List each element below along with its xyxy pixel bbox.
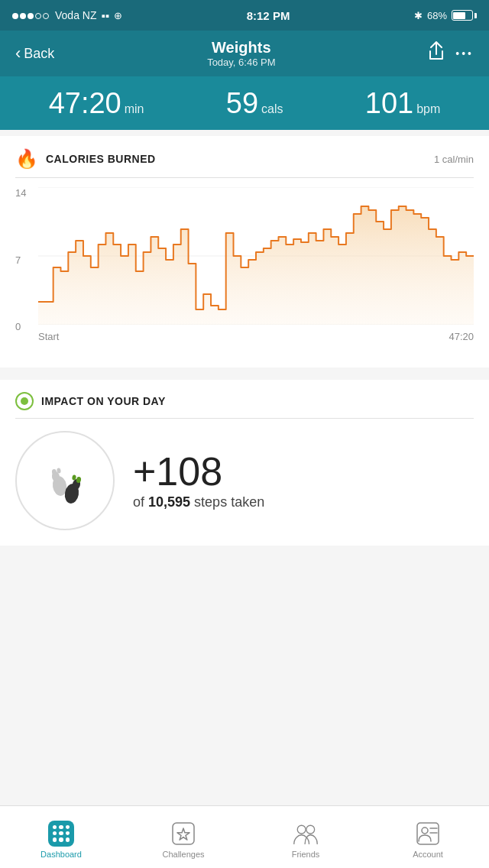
more-icon[interactable]: ••• <box>455 47 474 60</box>
back-label: Back <box>24 46 54 62</box>
tab-bar: Dashboard Challenges Friends <box>0 805 489 868</box>
calories-value: 59 <box>226 89 258 118</box>
tab-dashboard[interactable]: Dashboard <box>0 816 122 859</box>
share-icon[interactable] <box>428 41 445 66</box>
x-start-label: Start <box>38 331 59 342</box>
calories-title-left: 🔥 CALORIES BURNED <box>15 148 156 170</box>
nav-actions: ••• <box>428 41 474 66</box>
y-min-label: 0 <box>15 321 26 332</box>
status-left: Voda NZ ▪▪ ⊕ <box>12 9 122 22</box>
calories-unit: cals <box>261 102 283 116</box>
challenges-tab-label: Challenges <box>162 850 204 859</box>
steps-footprint-icon <box>38 454 92 507</box>
calories-stat: 59 cals <box>226 89 283 118</box>
calories-section: 🔥 CALORIES BURNED 1 cal/min 14 7 0 <box>0 136 489 368</box>
steps-desc: of 10,595 steps taken <box>133 494 474 510</box>
back-button[interactable]: ‹ Back <box>15 44 54 63</box>
carrier-label: Voda NZ <box>55 9 96 21</box>
steps-suffix: steps taken <box>194 494 264 510</box>
impact-header: IMPACT ON YOUR DAY <box>15 392 474 419</box>
calories-chart: 14 7 0 Start 47:20 <box>15 187 474 355</box>
steps-circle <box>15 431 115 530</box>
svg-point-12 <box>297 825 306 834</box>
status-time: 8:12 PM <box>247 9 290 22</box>
impact-title: IMPACT ON YOUR DAY <box>41 395 166 407</box>
svg-point-15 <box>422 828 428 834</box>
y-mid-label: 7 <box>15 254 26 266</box>
nav-bar: ‹ Back Weights Today, 6:46 PM ••• <box>0 31 489 76</box>
calories-header: 🔥 CALORIES BURNED 1 cal/min <box>15 148 474 178</box>
svg-point-13 <box>306 825 315 834</box>
bluetooth-icon: ✱ <box>414 10 423 21</box>
wifi-icon: ▪▪ <box>101 9 109 22</box>
dashboard-tab-label: Dashboard <box>40 850 82 859</box>
calories-meta: 1 cal/min <box>434 154 474 165</box>
svg-rect-14 <box>417 823 439 844</box>
status-bar: Voda NZ ▪▪ ⊕ 8:12 PM ✱ 68% <box>0 0 489 31</box>
spacer-1 <box>0 130 489 136</box>
nav-title-subtitle: Today, 6:46 PM <box>207 57 275 68</box>
status-right: ✱ 68% <box>414 10 477 21</box>
steps-info: +108 of 10,595 steps taken <box>133 452 474 510</box>
dashboard-tab-icon <box>48 821 74 847</box>
back-chevron-icon: ‹ <box>15 44 21 63</box>
chart-x-labels: Start 47:20 <box>38 328 474 342</box>
heartrate-stat: 101 bpm <box>365 89 441 118</box>
impact-section: IMPACT ON YOUR DAY +108 <box>0 380 489 546</box>
signal-icon: ⊕ <box>114 10 122 21</box>
nav-title-text: Weights <box>207 39 275 57</box>
friends-tab-label: Friends <box>292 850 320 859</box>
heartrate-unit: bpm <box>416 102 440 116</box>
svg-rect-11 <box>173 823 194 844</box>
friends-tab-icon <box>293 821 319 847</box>
steps-desc-of: of <box>133 494 144 510</box>
tab-account[interactable]: Account <box>367 816 489 859</box>
battery-percent: 68% <box>427 10 447 21</box>
impact-title-left: IMPACT ON YOUR DAY <box>15 392 166 410</box>
battery-icon <box>452 10 477 21</box>
account-tab-label: Account <box>413 850 443 859</box>
x-end-label: 47:20 <box>449 331 474 342</box>
challenges-tab-icon <box>170 821 196 847</box>
calories-title: CALORIES BURNED <box>46 153 156 165</box>
heartrate-value: 101 <box>365 89 413 118</box>
impact-icon-inner <box>21 397 28 405</box>
stats-bar: 47:20 min 59 cals 101 bpm <box>0 76 489 130</box>
tab-friends[interactable]: Friends <box>244 816 367 859</box>
impact-icon <box>15 392 34 410</box>
duration-value: 47:20 <box>49 89 121 118</box>
duration-unit: min <box>125 102 144 116</box>
duration-stat: 47:20 min <box>49 89 144 118</box>
steps-delta: +108 <box>133 452 474 491</box>
account-tab-icon <box>415 821 441 847</box>
calories-chart-svg <box>38 187 474 325</box>
y-max-label: 14 <box>15 187 26 199</box>
impact-body: +108 of 10,595 steps taken <box>15 431 474 530</box>
signal-dots <box>12 9 50 21</box>
steps-total: 10,595 <box>148 494 190 510</box>
flame-icon: 🔥 <box>15 148 38 170</box>
tab-challenges[interactable]: Challenges <box>122 816 244 859</box>
spacer-2 <box>0 374 489 380</box>
chart-y-labels: 14 7 0 <box>15 187 26 332</box>
nav-title: Weights Today, 6:46 PM <box>207 39 275 68</box>
